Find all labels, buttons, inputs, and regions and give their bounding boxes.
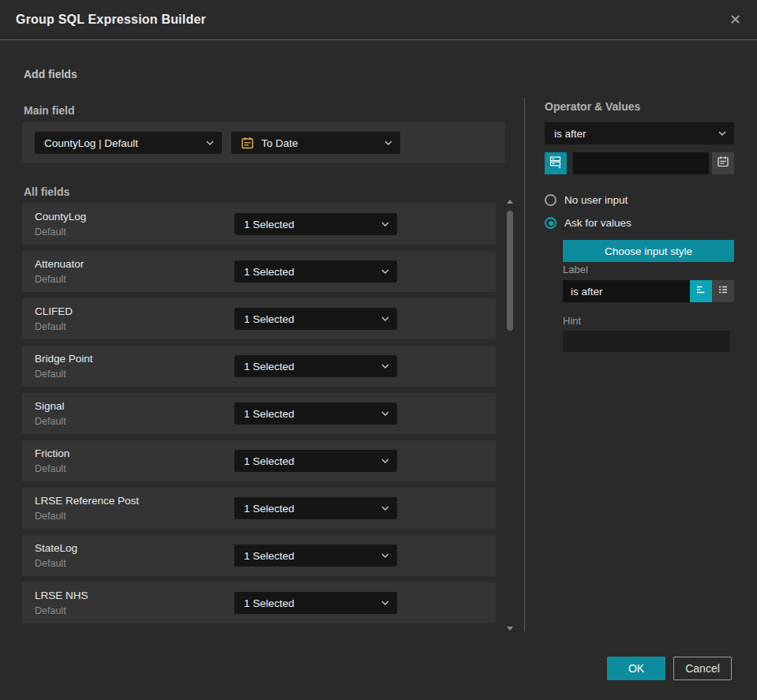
calendar-icon [241, 137, 254, 150]
chevron-down-icon [381, 553, 389, 558]
field-name: Friction [35, 447, 69, 459]
selection-count-select[interactable]: 1 Selected [234, 592, 397, 614]
field-row: Bridge Point Default 1 Selected [22, 346, 496, 387]
hint-input[interactable] [563, 331, 730, 352]
stacked-inputs-icon [549, 155, 563, 172]
field-subtitle: Default [35, 369, 66, 380]
field-name: LRSE NHS [35, 590, 88, 601]
field-name: CountyLog [35, 211, 86, 223]
label-style-list-button[interactable] [712, 280, 734, 302]
operator-select-label: is after [554, 128, 714, 140]
field-subtitle: Default [35, 226, 66, 238]
chevron-down-icon [381, 601, 389, 605]
main-field-select[interactable]: CountyLog | Default [35, 132, 222, 154]
main-field-select-label: CountyLog | Default [44, 137, 201, 149]
selection-count-label: 1 Selected [244, 313, 377, 325]
field-subtitle: Default [35, 605, 66, 616]
scrollbar-thumb[interactable] [507, 211, 513, 331]
selection-count-label: 1 Selected [244, 266, 377, 278]
choose-input-style-button[interactable]: Choose input style [563, 240, 734, 262]
operator-values-heading: Operator & Values [545, 100, 640, 113]
field-name: Signal [35, 400, 65, 412]
field-name: Attenuator [35, 258, 84, 270]
selection-count-label: 1 Selected [244, 550, 377, 562]
selection-count-select[interactable]: 1 Selected [234, 497, 397, 519]
selection-count-label: 1 Selected [244, 455, 377, 467]
radio-selected-icon[interactable] [545, 217, 557, 229]
selection-count-select[interactable]: 1 Selected [234, 260, 397, 283]
field-subtitle: Default [35, 321, 66, 332]
field-row: LRSE Reference Post Default 1 Selected [22, 488, 496, 529]
field-row: StateLog Default 1 Selected [22, 535, 496, 576]
selection-count-label: 1 Selected [244, 219, 377, 230]
date-picker-button[interactable] [712, 152, 734, 174]
field-subtitle: Default [35, 416, 66, 427]
label-style-text-button[interactable] [690, 280, 712, 302]
field-row: CLIFED Default 1 Selected [22, 298, 496, 339]
chevron-down-icon [381, 364, 389, 369]
no-user-input-label: No user input [564, 194, 628, 206]
ask-for-values-label: Ask for values [564, 217, 631, 229]
scroll-down-icon[interactable] [507, 627, 513, 631]
selection-count-label: 1 Selected [244, 597, 377, 609]
cancel-button[interactable]: Cancel [673, 657, 732, 680]
dialog-title: Group SQL Expression Builder [16, 13, 206, 27]
selection-count-select[interactable]: 1 Selected [234, 450, 397, 472]
selection-count-label: 1 Selected [244, 408, 377, 420]
chevron-down-icon [381, 222, 389, 226]
field-name: LRSE Reference Post [35, 495, 139, 507]
all-fields-list: CountyLog Default 1 Selected Attenuator … [22, 204, 496, 630]
ask-for-values-option[interactable]: Ask for values [545, 217, 631, 229]
label-input[interactable] [563, 280, 690, 302]
align-left-icon [695, 283, 707, 299]
chevron-down-icon [206, 140, 214, 145]
main-field-heading: Main field [24, 104, 75, 117]
selection-count-select[interactable]: 1 Selected [234, 545, 397, 567]
main-field-panel: CountyLog | Default To Date [22, 122, 505, 163]
field-name: StateLog [35, 542, 77, 554]
chevron-down-icon [381, 269, 389, 274]
field-subtitle: Default [35, 558, 66, 569]
selection-count-select[interactable]: 1 Selected [234, 213, 397, 235]
close-icon[interactable]: ✕ [729, 13, 741, 27]
value-input[interactable] [573, 152, 709, 174]
selection-count-select[interactable]: 1 Selected [234, 402, 397, 425]
value-type-button[interactable] [545, 152, 567, 174]
list-icon [717, 283, 729, 299]
chevron-down-icon [718, 131, 726, 136]
field-row: Signal Default 1 Selected [22, 393, 496, 434]
date-type-select[interactable]: To Date [231, 132, 400, 154]
field-subtitle: Default [35, 511, 66, 522]
chevron-down-icon [381, 411, 389, 416]
vertical-divider [524, 98, 525, 631]
no-user-input-option[interactable]: No user input [545, 194, 628, 206]
field-row: CountyLog Default 1 Selected [22, 204, 496, 245]
hint-caption: Hint [563, 315, 581, 327]
all-fields-heading: All fields [24, 185, 69, 198]
chevron-down-icon [381, 459, 389, 463]
add-fields-heading: Add fields [24, 68, 77, 80]
label-caption: Label [563, 264, 588, 275]
field-name: CLIFED [35, 305, 73, 317]
selection-count-select[interactable]: 1 Selected [234, 308, 397, 330]
chevron-down-icon [384, 140, 392, 145]
radio-unselected-icon[interactable] [545, 194, 557, 206]
chevron-down-icon [381, 506, 389, 511]
chevron-down-icon [381, 316, 389, 321]
field-row: Friction Default 1 Selected [22, 440, 496, 481]
field-row: Attenuator Default 1 Selected [22, 251, 496, 292]
title-bar: Group SQL Expression Builder ✕ [0, 0, 757, 40]
group-sql-expression-builder-dialog: Group SQL Expression Builder ✕ Add field… [0, 0, 757, 700]
list-scrollbar [506, 197, 514, 633]
operator-select[interactable]: is after [545, 122, 734, 144]
field-row: LRSE NHS Default 1 Selected [22, 582, 496, 623]
date-type-select-label: To Date [261, 137, 380, 149]
selection-count-select[interactable]: 1 Selected [234, 355, 397, 377]
field-name: Bridge Point [35, 353, 93, 365]
selection-count-label: 1 Selected [244, 361, 377, 372]
field-subtitle: Default [35, 274, 66, 285]
field-subtitle: Default [35, 463, 66, 474]
ok-button[interactable]: OK [607, 657, 665, 680]
selection-count-label: 1 Selected [244, 503, 377, 515]
scroll-up-icon[interactable] [507, 200, 513, 204]
